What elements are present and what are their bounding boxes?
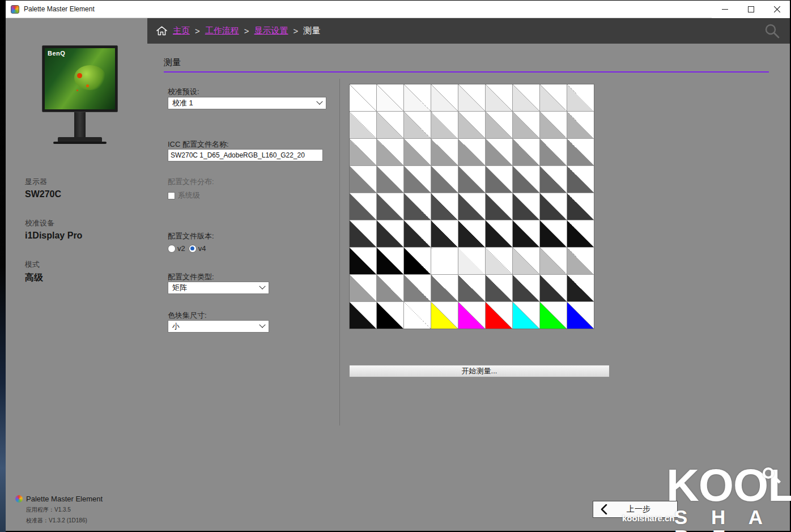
patch-cell	[486, 166, 512, 193]
radio-v4-label: v4	[198, 244, 206, 253]
patch-cell	[458, 302, 485, 329]
patch-cell	[404, 220, 431, 247]
page-title: 测量	[164, 57, 181, 68]
patch-cell	[377, 193, 403, 220]
mode-value: 高级	[25, 272, 82, 284]
app-logo-icon	[15, 495, 23, 503]
patch-cell	[350, 275, 376, 301]
patch-cell	[567, 302, 594, 329]
profile-type-value: 矩阵	[172, 283, 187, 293]
breadcrumb-link-display-settings[interactable]: 显示设置	[254, 25, 288, 36]
patch-cell	[513, 220, 539, 247]
patch-cell	[404, 193, 431, 220]
patch-cell	[404, 84, 431, 111]
radio-v2[interactable]	[168, 245, 176, 253]
patch-cell	[540, 84, 567, 111]
app-icon	[11, 5, 19, 14]
start-measure-button[interactable]: 开始测量...	[349, 365, 610, 377]
patch-cell	[377, 248, 403, 274]
patch-cell	[377, 139, 403, 165]
patch-grid	[349, 84, 594, 329]
patch-cell	[567, 275, 594, 301]
breadcrumb-link-workflow[interactable]: 工作流程	[205, 25, 239, 36]
minimize-button[interactable]	[712, 1, 738, 18]
preset-select[interactable]: 校准 1	[168, 97, 326, 109]
patch-cell	[540, 139, 567, 165]
watermark-share: S H A R E	[674, 507, 790, 532]
patch-cell	[540, 193, 567, 220]
title-rule	[164, 71, 769, 73]
patch-cell	[486, 112, 512, 138]
sidebar: BenQ 显示器 SW270C 校准设备 i1Display Pro 模式 高级	[6, 18, 147, 531]
home-icon[interactable]	[156, 26, 167, 36]
breadcrumb-current-measure: 测量	[303, 25, 320, 36]
breadcrumb-separator: >	[294, 26, 299, 36]
patch-cell	[486, 193, 512, 220]
radio-v2-label: v2	[177, 244, 185, 253]
patch-cell	[377, 112, 403, 138]
patch-cell	[404, 248, 431, 274]
patch-size-value: 小	[172, 321, 180, 331]
patch-cell	[431, 220, 458, 247]
patch-cell	[458, 248, 485, 274]
monitor-foot	[53, 142, 107, 144]
patch-cell	[540, 166, 567, 193]
patch-cell	[567, 248, 594, 274]
patch-cell	[377, 302, 403, 329]
patch-cell	[458, 275, 485, 301]
frog-eye	[77, 73, 82, 78]
start-measure-label: 开始测量...	[462, 366, 497, 376]
window-title: Palette Master Element	[24, 5, 95, 13]
patch-cell	[377, 84, 403, 111]
profile-version-options: v2 v4	[168, 244, 209, 253]
maximize-button[interactable]	[738, 1, 764, 18]
patch-cell	[540, 112, 567, 138]
desktop-edge	[0, 0, 6, 532]
chevron-down-icon	[259, 322, 265, 328]
icc-name-label: ICC 配置文件名称:	[168, 139, 229, 150]
patch-cell	[404, 302, 431, 329]
patch-cell	[567, 112, 594, 138]
benq-logo: BenQ	[48, 50, 65, 57]
patch-cell	[404, 112, 431, 138]
patch-cell	[486, 275, 512, 301]
chevron-down-icon	[316, 99, 322, 105]
radio-v4[interactable]	[189, 245, 197, 253]
monitor-frame: BenQ	[42, 45, 118, 112]
display-value: SW270C	[25, 189, 82, 199]
close-button[interactable]	[764, 1, 790, 18]
profile-type-select[interactable]: 矩阵	[168, 282, 269, 294]
system-level-checkbox[interactable]	[168, 192, 175, 199]
icc-name-input[interactable]	[168, 149, 323, 161]
calibrator-label: 校准设备	[25, 218, 82, 228]
preset-label: 校准预设:	[168, 87, 199, 97]
patch-cell	[431, 166, 458, 193]
breadcrumb-separator: >	[195, 26, 200, 36]
monitor-stand	[74, 112, 86, 138]
info-mode: 模式 高级	[25, 259, 82, 284]
distribution-label: 配置文件分布:	[168, 177, 214, 187]
patch-cell	[567, 84, 594, 111]
patch-cell	[513, 248, 539, 274]
patch-cell	[540, 275, 567, 301]
display-label: 显示器	[25, 177, 82, 187]
patch-cell	[458, 139, 485, 165]
info-display: 显示器 SW270C	[25, 177, 82, 199]
patch-cell	[431, 275, 458, 301]
patch-cell	[486, 139, 512, 165]
patch-cell	[486, 302, 512, 329]
sidebar-footer: Palette Master Element 应用程序：V1.3.5 校准器：V…	[15, 495, 103, 525]
breadcrumb-bar: 主页 > 工作流程 > 显示设置 > 测量	[147, 18, 790, 44]
info-calibrator: 校准设备 i1Display Pro	[25, 218, 82, 241]
footer-cal-version: 校准器：V1.3.2 (1D186)	[26, 517, 103, 525]
patch-size-label: 色块集尺寸:	[168, 310, 207, 321]
patch-cell	[404, 275, 431, 301]
patch-cell	[350, 112, 376, 138]
patch-size-select[interactable]: 小	[168, 320, 269, 333]
breadcrumb-link-home[interactable]: 主页	[173, 25, 190, 36]
patch-cell	[513, 84, 539, 111]
search-icon[interactable]	[764, 23, 780, 41]
patch-cell	[567, 166, 594, 193]
patch-cell	[540, 302, 567, 329]
monitor-screen: BenQ	[45, 48, 115, 109]
